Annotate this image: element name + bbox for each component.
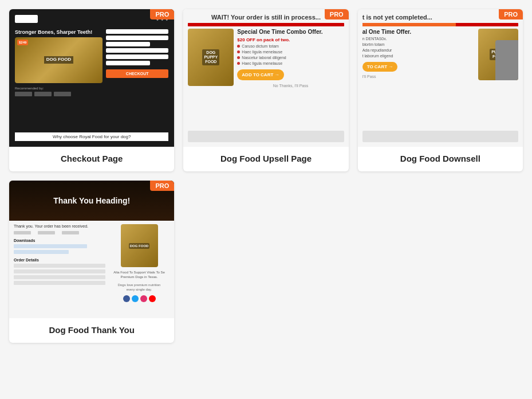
thankyou-right-col: DOG FOOD Alta Food To Support Vitals To … xyxy=(109,224,170,315)
thankyou-download-row-2 xyxy=(14,250,69,254)
checkout-card-label: Checkout Page xyxy=(9,147,174,171)
thankyou-meta-row xyxy=(14,231,105,234)
thankyou-hero: Thank You Heading! xyxy=(9,181,174,221)
logo-doghome xyxy=(34,92,52,96)
thankyou-downloads-title: Downloads xyxy=(14,238,105,242)
footer-logos xyxy=(15,92,103,96)
thumbnail-thankyou: Thank You Heading! Thank you. Your order… xyxy=(9,181,174,318)
thankyou-small-text: Dogs love premium nutritionevery single … xyxy=(118,283,161,292)
downsell-no-thanks[interactable]: I'll Pass xyxy=(362,75,476,79)
upsell-wait-text: WAIT! Your order is still in process... xyxy=(188,14,344,21)
card-checkout[interactable]: PRO ● ● ● Stronger Bones, Sharper Teeth!… xyxy=(9,9,174,171)
downsell-sub: n DENTAS0x. xyxy=(362,37,476,41)
card-grid-row2: PRO Thank You Heading! Thank you. Your o… xyxy=(9,181,523,343)
upsell-product-image: DOGPUPPYFOOD xyxy=(188,29,234,86)
checkout-heading: Stronger Bones, Sharper Teeth! xyxy=(15,29,103,36)
form-row-6 xyxy=(106,61,150,65)
recommended-row: Recommended by: xyxy=(15,87,103,90)
thankyou-support-text: Alta Food To Support Vitals To SePremium… xyxy=(113,271,164,280)
meta-bar-3 xyxy=(62,231,79,234)
card-upsell[interactable]: PRO WAIT! Your order is still in process… xyxy=(183,9,348,171)
checkout-topbar: ● ● ● xyxy=(15,15,168,23)
youtube-icon[interactable] xyxy=(149,295,156,302)
downsell-bottom-bar xyxy=(362,131,518,142)
thankyou-body: Thank you. Your order has been received.… xyxy=(9,221,174,318)
form-row-5 xyxy=(106,54,168,59)
form-row-4 xyxy=(106,48,168,53)
upsell-bullet-1: Caruso dictum totam xyxy=(237,44,344,48)
downsell-progress-fill xyxy=(362,23,456,26)
thankyou-hero-heading: Thank You Heading! xyxy=(53,196,130,205)
form-row-2 xyxy=(106,36,168,40)
thumbnail-upsell: WAIT! Your order is still in process... … xyxy=(183,9,348,147)
order-detail-row-1 xyxy=(14,264,105,268)
form-row-3 xyxy=(106,42,150,46)
upsell-no-thanks[interactable]: No Thanks, I'll Pass xyxy=(237,84,344,88)
checkout-food-label: DOG FOOD xyxy=(44,56,74,64)
checkout-preview: ● ● ● Stronger Bones, Sharper Teeth! $24… xyxy=(9,9,174,147)
bullet-dot-2 xyxy=(237,50,240,53)
thankyou-order-details-title: Order Details xyxy=(14,258,105,262)
upsell-bullet-2: Haec ligula menelause xyxy=(237,50,344,54)
upsell-food-label: DOGPUPPYFOOD xyxy=(202,49,219,65)
downsell-product-image: PUPPYFOOD xyxy=(478,29,518,80)
card-downsell[interactable]: PRO t is not yet completed... al One Tim… xyxy=(358,9,523,171)
bullet-dot-3 xyxy=(237,56,240,59)
upsell-card-label: Dog Food Upsell Page xyxy=(183,147,348,171)
card-thankyou[interactable]: PRO Thank You Heading! Thank you. Your o… xyxy=(9,181,174,343)
pro-badge-thankyou: PRO xyxy=(150,181,174,191)
checkout-right-col: CHECKOUT xyxy=(106,29,168,130)
meta-bar-1 xyxy=(14,231,31,234)
logo-dogcom xyxy=(54,92,71,96)
downsell-bullet-2: Ada repudiandur xyxy=(362,48,476,52)
downsell-content: al One Time Offer. n DENTAS0x. blortm to… xyxy=(362,29,518,80)
downsell-heading: t is not yet completed... xyxy=(362,14,518,21)
downsell-bullet-3: t laborum eligend xyxy=(362,54,476,58)
upsell-text-col: Special One Time Combo Offer. $20 OFF on… xyxy=(237,29,344,88)
upsell-bullet-4: Haec ligula menelause xyxy=(237,61,344,65)
form-row-1 xyxy=(106,29,168,34)
downsell-text-col: al One Time Offer. n DENTAS0x. blortm to… xyxy=(362,29,476,79)
upsell-content: DOGPUPPYFOOD Special One Time Combo Offe… xyxy=(188,29,344,128)
checkout-left-col: Stronger Bones, Sharper Teeth! $249 DOG … xyxy=(15,29,103,130)
downsell-bullet-1: blortm totam xyxy=(362,42,476,46)
checkout-btn[interactable]: CHECKOUT xyxy=(106,69,168,78)
order-detail-row-4 xyxy=(14,281,105,285)
order-detail-row-2 xyxy=(14,269,105,273)
order-detail-row-3 xyxy=(14,275,105,279)
thankyou-product-image: DOG FOOD xyxy=(121,224,158,267)
thankyou-order-received: Thank you. Your order has been received. xyxy=(14,224,105,228)
pro-badge-checkout: PRO xyxy=(150,9,174,19)
upsell-preview: WAIT! Your order is still in process... … xyxy=(183,9,348,147)
upsell-red-bar xyxy=(188,23,344,26)
checkout-dog-image: $249 DOG FOOD xyxy=(15,37,103,83)
checkout-main-content: Stronger Bones, Sharper Teeth! $249 DOG … xyxy=(15,29,168,130)
checkout-logo xyxy=(15,15,38,23)
logo-petcare xyxy=(15,92,32,96)
thankyou-preview: Thank You Heading! Thank you. Your order… xyxy=(9,181,174,318)
checkout-price: $249 xyxy=(17,40,28,45)
instagram-icon[interactable] xyxy=(140,295,147,302)
downsell-card-label: Dog Food Downsell xyxy=(358,147,523,171)
downsell-red-bar xyxy=(362,23,518,26)
upsell-price: $20 OFF on pack of two. xyxy=(237,37,344,42)
checkout-why-text: Why choose Royal Food for your dog? xyxy=(15,132,168,141)
upsell-add-cart-btn[interactable]: ADD TO CART → xyxy=(237,69,283,80)
thankyou-social-row xyxy=(123,295,156,302)
thankyou-left-col: Thank you. Your order has been received.… xyxy=(14,224,105,315)
upsell-offer-title: Special One Time Combo Offer. xyxy=(237,29,344,36)
twitter-icon[interactable] xyxy=(132,295,139,302)
bullet-dot-4 xyxy=(237,62,240,65)
downsell-offer-title: al One Time Offer. xyxy=(362,29,476,35)
downsell-dog-image xyxy=(495,40,518,80)
thumbnail-downsell: t is not yet completed... al One Time Of… xyxy=(358,9,523,147)
thumbnail-checkout: ● ● ● Stronger Bones, Sharper Teeth! $24… xyxy=(9,9,174,147)
upsell-bottom-bar xyxy=(188,131,344,142)
meta-bar-2 xyxy=(38,231,55,234)
downsell-add-cart-btn[interactable]: TO CART → xyxy=(362,62,398,72)
downsell-preview: t is not yet completed... al One Time Of… xyxy=(358,9,523,147)
thankyou-download-row-1 xyxy=(14,244,87,248)
facebook-icon[interactable] xyxy=(123,295,130,302)
thankyou-card-label: Dog Food Thank You xyxy=(9,318,174,343)
thankyou-food-label: DOG FOOD xyxy=(129,243,150,249)
